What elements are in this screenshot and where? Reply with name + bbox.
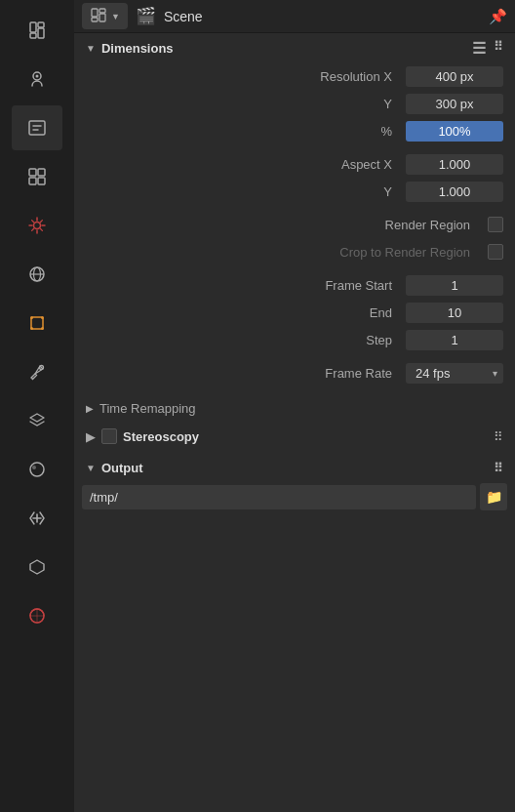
render-region-checkbox[interactable]	[488, 217, 503, 232]
svg-rect-26	[99, 14, 105, 21]
svg-point-11	[34, 223, 41, 229]
output-path-input[interactable]: /tmp/	[82, 485, 476, 509]
topbar-icon	[90, 6, 107, 26]
resolution-y-value[interactable]: 300 px	[406, 94, 503, 114]
svg-point-21	[32, 466, 36, 469]
sidebar-item-material[interactable]	[12, 447, 62, 492]
topbar-chevron: ▼	[111, 12, 120, 21]
aspect-x-row: Aspect X 1.000	[86, 151, 503, 177]
sidebar	[0, 0, 74, 812]
render-region-row: Render Region	[86, 212, 503, 237]
svg-point-17	[30, 327, 33, 330]
svg-rect-7	[29, 169, 36, 176]
object-data-icon	[23, 553, 51, 581]
topbar-title: Scene	[164, 9, 481, 24]
aspect-x-value[interactable]: 1.000	[406, 154, 503, 175]
sidebar-item-render[interactable]	[12, 57, 62, 102]
frame-rate-row: Frame Rate 24 fps ▾	[86, 360, 503, 386]
svg-rect-10	[38, 178, 45, 184]
frame-step-label: Step	[86, 333, 400, 347]
modifier-icon	[23, 358, 51, 386]
frame-rate-chevron: ▾	[493, 368, 497, 379]
svg-point-18	[41, 327, 44, 330]
resolution-y-row: Y 300 px	[86, 91, 503, 116]
dots-icon[interactable]: ⠿	[494, 39, 503, 58]
stereoscopy-panel: ▶ Stereoscopy ⠿	[74, 422, 515, 451]
frame-rate-value[interactable]: 24 fps ▾	[406, 363, 503, 384]
aspect-y-row: Y 1.000	[86, 179, 503, 204]
frame-step-value[interactable]: 1	[406, 330, 503, 350]
scene-icon: 🎬	[136, 6, 156, 26]
dimensions-header-actions: ☰ ⠿	[472, 39, 503, 58]
view-icon	[23, 163, 51, 190]
sidebar-item-constraints[interactable]	[12, 496, 62, 541]
list-icon[interactable]: ☰	[472, 39, 486, 58]
svg-rect-3	[38, 28, 44, 38]
constraints-icon	[23, 505, 51, 532]
sidebar-item-data[interactable]	[12, 398, 62, 443]
sidebar-item-object[interactable]	[12, 301, 62, 345]
output-panel: ▼ Output ⠿ /tmp/ 📁	[74, 455, 515, 512]
crop-render-checkbox[interactable]	[488, 244, 503, 260]
svg-rect-0	[30, 22, 36, 32]
frame-start-row: Frame Start 1	[86, 272, 503, 298]
pin-icon[interactable]: 📌	[489, 8, 507, 25]
sidebar-item-particles[interactable]	[12, 203, 62, 248]
stereoscopy-dots[interactable]: ⠿	[494, 429, 503, 444]
resolution-pct-value[interactable]: 100%	[406, 121, 503, 142]
object-icon	[23, 309, 51, 337]
output-header: ▼ Output ⠿	[82, 455, 507, 481]
aspect-y-label: Y	[86, 184, 400, 199]
resolution-y-label: Y	[86, 97, 400, 111]
frame-step-row: Step 1	[86, 327, 503, 352]
resolution-x-label: Resolution X	[86, 69, 400, 84]
resolution-pct-label: %	[86, 124, 400, 139]
dimensions-panel: ▼ Dimensions ☰ ⠿ Resolution X 400 px Y 3…	[74, 33, 515, 387]
frame-start-value[interactable]: 1	[406, 275, 503, 296]
topbar-dropdown[interactable]: ▼	[82, 3, 128, 29]
stereoscopy-label: Stereoscopy	[123, 429, 199, 444]
sidebar-item-world[interactable]	[12, 593, 62, 638]
output-label: Output	[101, 461, 143, 475]
topbar-actions: 📌	[489, 8, 507, 25]
folder-icon: 📁	[486, 489, 502, 505]
svg-rect-6	[29, 121, 45, 135]
stereoscopy-checkbox[interactable]	[101, 428, 117, 444]
resolution-x-value[interactable]: 400 px	[406, 66, 503, 87]
frame-end-row: End 10	[86, 300, 503, 325]
svg-point-15	[30, 316, 33, 319]
time-remapping-panel: ▶ Time Remapping	[74, 395, 515, 422]
svg-rect-25	[99, 9, 105, 13]
time-remapping-arrow: ▶	[86, 403, 94, 414]
svg-rect-24	[92, 18, 98, 21]
time-remapping-header[interactable]: ▶ Time Remapping	[82, 395, 507, 422]
sidebar-item-physics[interactable]	[12, 252, 62, 297]
sidebar-item-view[interactable]	[12, 154, 62, 199]
sidebar-item-output[interactable]	[12, 105, 62, 150]
sidebar-item-object-data[interactable]	[12, 545, 62, 589]
svg-point-5	[36, 75, 39, 78]
render-icon	[23, 65, 51, 93]
data-icon	[23, 407, 51, 434]
dimensions-arrow: ▼	[86, 43, 96, 54]
frame-start-label: Frame Start	[86, 278, 400, 293]
world-icon	[23, 602, 51, 629]
aspect-y-value[interactable]: 1.000	[406, 182, 503, 202]
svg-rect-14	[31, 317, 43, 329]
sidebar-item-modifier[interactable]	[12, 349, 62, 394]
output-dots[interactable]: ⠿	[494, 461, 503, 475]
output-header-actions: ⠿	[494, 461, 503, 475]
resolution-x-row: Resolution X 400 px	[86, 63, 503, 89]
output-folder-button[interactable]: 📁	[480, 483, 507, 510]
svg-rect-8	[38, 169, 45, 176]
stereoscopy-actions: ⠿	[494, 427, 503, 445]
dimensions-label: Dimensions	[101, 41, 174, 56]
crop-render-label: Crop to Render Region	[86, 245, 478, 260]
output-icon	[23, 114, 51, 142]
stereoscopy-header: ▶ Stereoscopy ⠿	[82, 422, 507, 451]
frame-end-value[interactable]: 10	[406, 303, 503, 323]
stereoscopy-arrow[interactable]: ▶	[86, 429, 96, 444]
sidebar-item-tool[interactable]	[12, 8, 62, 53]
tool-icon	[23, 17, 51, 44]
main-content: ▼ 🎬 Scene 📌 ▼ Dimensions ☰ ⠿ Resolution …	[74, 0, 515, 812]
